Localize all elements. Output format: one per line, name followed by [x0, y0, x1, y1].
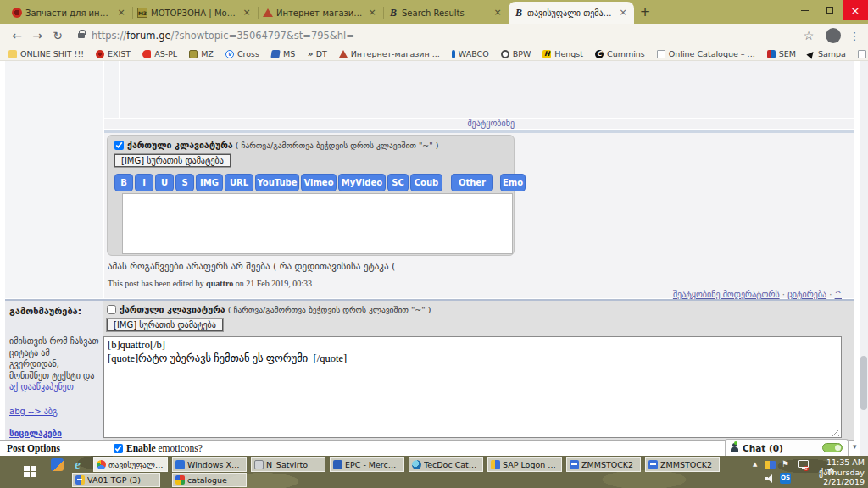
- reload-button[interactable]: ↻: [47, 25, 68, 46]
- chat-collapse-icon[interactable]: ▾: [853, 442, 857, 451]
- bbcode-sc-button[interactable]: SC: [387, 174, 409, 191]
- new-tab-button[interactable]: +: [634, 2, 656, 24]
- bookmark-bpw[interactable]: BPW: [501, 49, 531, 58]
- tab-zapchasti[interactable]: Запчасти для иномарок онлайн ×: [7, 2, 132, 24]
- taskbar-windows-xp-button[interactable]: Windows XP Profes...: [172, 458, 247, 472]
- tab-close-icon[interactable]: ×: [241, 7, 253, 19]
- forward-button[interactable]: →: [27, 25, 47, 46]
- minimize-button[interactable]: [792, 0, 817, 20]
- triangle-icon: [339, 50, 348, 58]
- hidden-icons-chevron-icon[interactable]: ▲: [753, 461, 757, 468]
- georgian-keyboard-row: ქართული კლავიატურა ( ჩართვა/გამორთვა ბეჭ…: [107, 304, 854, 314]
- scrollbar-thumb[interactable]: [860, 356, 867, 410]
- sem-icon: [767, 50, 776, 58]
- tab-search-results[interactable]: B Search Results ×: [383, 2, 509, 24]
- bookmark-untitled[interactable]: [858, 50, 868, 58]
- bookmark-hengst[interactable]: HHengst: [542, 49, 583, 58]
- network-icon[interactable]: [798, 460, 809, 468]
- post-footer-links: შეატყობინე მოდერატორს · ციტირება · ^: [673, 290, 842, 299]
- start-button[interactable]: [24, 466, 37, 479]
- georgian-keyboard-checkbox[interactable]: [114, 141, 124, 150]
- bookmark-mz[interactable]: MZ: [189, 49, 214, 58]
- cummins-icon: C: [595, 50, 604, 58]
- bookmark-online-shit[interactable]: ONLINE SHIT !!!: [8, 49, 84, 58]
- bookmark-star-icon[interactable]: ☆: [798, 25, 819, 46]
- quick-launch-app-icon[interactable]: [51, 458, 64, 471]
- quick-edit-textarea[interactable]: [122, 193, 513, 254]
- reply-textarea[interactable]: [b]quattro[/b] [quote]რატო უბერავს ჩემთა…: [103, 336, 842, 438]
- bbcode-strike-button[interactable]: S: [175, 174, 194, 191]
- taskbar-zmmstock2-button[interactable]: ZMMSTOCK2: [645, 458, 720, 472]
- enable-emoticons-checkbox[interactable]: [114, 444, 123, 453]
- bbcode-vimeo-button[interactable]: Vimeo: [301, 174, 337, 191]
- bbcode-coub-button[interactable]: Coub: [410, 174, 442, 191]
- click-here-link[interactable]: აქ დააწკაპუნეთ: [9, 382, 74, 391]
- bookmark-cummins[interactable]: CCummins: [595, 49, 645, 58]
- bbcode-italic-button[interactable]: I: [135, 174, 153, 191]
- tab-close-icon[interactable]: ×: [617, 7, 629, 19]
- taskbar-zmmstock2-button[interactable]: ZMMSTOCK2: [566, 458, 641, 472]
- bbcode-toolbar: B I U S IMG URL YouTube Vimeo MyVideo SC…: [114, 174, 507, 191]
- chat-widget[interactable]: Chat (0): [725, 439, 849, 456]
- report-to-moderator-link[interactable]: შეატყობინე მოდერატორს: [673, 290, 780, 299]
- georgian-keyboard-checkbox[interactable]: [107, 305, 116, 314]
- bbcode-myvideo-button[interactable]: MyVideo: [338, 174, 386, 191]
- tab-forum-topic-active[interactable]: B თავისუფალი თემა VOL 64 -> ×: [509, 2, 634, 24]
- tab-close-icon[interactable]: ×: [115, 7, 127, 19]
- textarea-resize-handle[interactable]: [832, 430, 839, 436]
- bookmark-internet-magazin[interactable]: Интернет-магазин ...: [339, 49, 440, 58]
- post-report-row: შეატყობინე: [120, 119, 515, 129]
- bbcode-emo-button[interactable]: Emo: [500, 174, 526, 191]
- bbcode-bold-button[interactable]: B: [114, 174, 133, 191]
- bbcode-img-button[interactable]: IMG: [196, 174, 223, 191]
- back-to-top-link[interactable]: ^: [835, 290, 842, 299]
- quote-link[interactable]: ციტირება: [787, 290, 826, 299]
- bookmark-sem[interactable]: SEM: [767, 49, 796, 58]
- volume-icon[interactable]: [765, 474, 775, 483]
- add-image-button[interactable]: [IMG] სურათის დამატება: [107, 319, 223, 331]
- bookmark-as-pl[interactable]: AS-PL: [142, 49, 177, 58]
- bookmark-wabco[interactable]: WABCO: [452, 49, 489, 58]
- smilies-link[interactable]: სიცილაკები: [9, 428, 99, 440]
- tab-internet-magazin[interactable]: Интернет-магазин запчастей д ×: [258, 2, 383, 24]
- tab-motorzona[interactable]: МЗ МОТОРЗОНА | MotorZona ×: [132, 2, 258, 24]
- address-bar[interactable]: https://forum.ge/?showtopic=35064797&st=…: [76, 25, 819, 46]
- ms-icon: [270, 50, 280, 58]
- taskbar-sap-logon-button[interactable]: SAP Logon 750: [487, 458, 562, 472]
- bbcode-underline-button[interactable]: U: [155, 174, 174, 191]
- browser-menu-icon[interactable]: ⋮: [848, 30, 861, 42]
- bookmark-dt[interactable]: »DT: [307, 49, 327, 58]
- clock[interactable]: 11:35 AM Thursday 2/21/2019: [821, 458, 865, 487]
- page-scrollbar[interactable]: [860, 61, 868, 456]
- taskbar-epc-button[interactable]: EPC - Mercedes-Be...: [330, 458, 404, 472]
- chat-toggle[interactable]: [822, 443, 843, 452]
- tab-close-icon[interactable]: ×: [366, 7, 378, 19]
- taskbar-nsatvirto-button[interactable]: N_Satvirto: [251, 458, 326, 472]
- bbcode-other-button[interactable]: Other: [451, 174, 493, 191]
- os-tray-icon[interactable]: OS: [780, 473, 791, 484]
- taskbar-chrome-forum-button[interactable]: თავისუფალი თე...: [93, 458, 168, 472]
- maximize-button[interactable]: [817, 0, 843, 20]
- bookmark-cross[interactable]: VCross: [225, 49, 259, 58]
- taskbar-va01-button[interactable]: VA01 TGP (3): [72, 473, 160, 487]
- sap-tray-icon[interactable]: [765, 461, 776, 469]
- bookmark-sampa[interactable]: Sampa: [808, 49, 846, 58]
- internet-explorer-icon[interactable]: e: [71, 458, 84, 471]
- bookmark-exist[interactable]: EXIST: [96, 49, 131, 58]
- action-center-flag-icon[interactable]: ⚑: [782, 459, 790, 469]
- tab-close-icon[interactable]: ×: [492, 7, 504, 19]
- close-button[interactable]: ×: [843, 0, 868, 20]
- add-image-button[interactable]: [IMG] სურათის დამატება: [114, 154, 231, 167]
- profile-avatar[interactable]: [826, 28, 841, 43]
- back-button[interactable]: ←: [7, 25, 27, 46]
- bbcode-youtube-button[interactable]: YouTube: [255, 174, 299, 191]
- sampa-icon: [806, 49, 815, 58]
- abg-converter-link[interactable]: abg --> აბგ: [9, 407, 58, 416]
- system-tray: ▲ ⚑ x OS ქარ 11:35 AM Thursday 2/21/2019: [751, 456, 868, 488]
- report-link[interactable]: შეატყობინე: [467, 119, 515, 128]
- taskbar-catalogue-button[interactable]: catalogue: [172, 473, 247, 487]
- taskbar-tecdoc-button[interactable]: TecDoc Catalogue ...: [409, 458, 483, 472]
- bbcode-url-button[interactable]: URL: [225, 174, 253, 191]
- bookmark-online-catalogue[interactable]: Online Catalogue – ...: [657, 49, 755, 58]
- bookmark-ms[interactable]: MS: [271, 49, 295, 58]
